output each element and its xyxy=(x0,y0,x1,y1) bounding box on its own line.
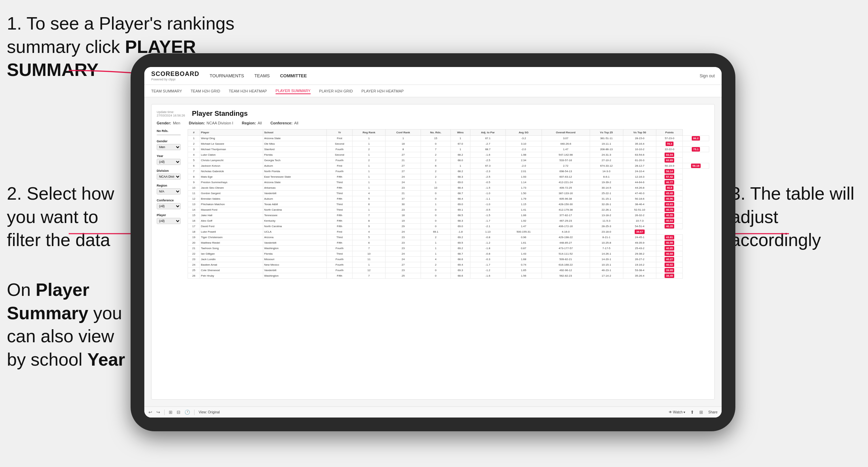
table-cell-6-10: 698-54-13 xyxy=(542,169,590,174)
nav-bar: SCOREBOARD Powered by clippi TOURNAMENTS… xyxy=(144,67,722,85)
annotation-1-number: 1. xyxy=(7,13,22,33)
table-cell-16-1: David Ford xyxy=(200,224,263,229)
table-row: 15Jake HallTennesseeFifth718068.5-1.51.6… xyxy=(188,213,709,218)
table-cell-2-9: -2.0 xyxy=(505,147,542,152)
table-cell-14-10: 377-82-17 xyxy=(542,213,590,218)
table-cell-3-6: 2 xyxy=(421,152,450,158)
filter-region-label: Region: xyxy=(242,121,256,125)
toolbar-watch-label[interactable]: 👁 Watch ▾ xyxy=(669,410,686,414)
sub-nav-player-summary[interactable]: PLAYER SUMMARY xyxy=(276,88,311,94)
filter-region-select[interactable]: N/A All xyxy=(157,188,181,194)
table-cell-5-13: 50-19-9 xyxy=(656,163,683,169)
table-cell-23-4: 1 xyxy=(353,262,386,268)
table-cell-4-3: Fourth xyxy=(327,158,353,163)
th-school: School xyxy=(263,130,327,136)
table-cell-7-4: 1 xyxy=(353,174,386,180)
table-cell-3-5: 27 xyxy=(386,152,421,158)
th-vs-top50: Vs Top 50 xyxy=(623,130,656,136)
table-cell-20-6: 1 xyxy=(421,246,450,251)
table-cell-0-8: 67.1 xyxy=(470,136,505,141)
toolbar-grid-icon[interactable]: ⊞ xyxy=(699,410,703,415)
table-cell-7-10: 607-63-12 xyxy=(542,174,590,180)
table-cell-0-7: 1 xyxy=(450,136,470,141)
filter-conference-select[interactable]: (All) xyxy=(157,203,181,209)
table-cell-17-1: Luke Powell xyxy=(200,229,263,235)
table-cell-19-9: 1.61 xyxy=(505,240,542,246)
table-cell-0-6: 15 xyxy=(421,136,450,141)
filter-division-group-label: Division xyxy=(157,169,184,173)
table-cell-13-12: 52-51-10 xyxy=(623,207,656,213)
filter-year-select[interactable]: (All) First Second Third Fourth Fifth xyxy=(157,159,181,165)
main-layout: No Rds. Gender Men Women Year xyxy=(157,129,709,390)
logo-area: SCOREBOARD Powered by clippi xyxy=(151,70,199,81)
table-cell-10-5: 21 xyxy=(386,191,421,196)
table-cell-10-7: 68.7 xyxy=(450,191,470,196)
filter-gender: Gender: Men xyxy=(157,121,180,125)
table-cell-4-12: 61-20-3 xyxy=(623,158,656,163)
table-cell-13-2: North Carolina xyxy=(263,207,327,213)
filter-row: Gender: Men Division: NCAA Division I Re… xyxy=(157,121,709,125)
table-cell-11-11: 31-15-1 xyxy=(590,196,623,202)
table-cell-16-9: 1.47 xyxy=(505,224,542,229)
table-cell-25-8: -1.6 xyxy=(470,273,505,279)
filter-no-rds-slider[interactable] xyxy=(157,134,181,135)
toolbar-clock-icon[interactable]: 🕐 xyxy=(185,410,190,415)
sub-nav-team-summary[interactable]: TEAM SUMMARY xyxy=(151,88,182,94)
table-cell-25-0: 26 xyxy=(188,273,200,279)
table-cell-6-9: 2.01 xyxy=(505,169,542,174)
nav-item-tournaments[interactable]: TOURNAMENTS xyxy=(210,72,244,80)
table-cell-19-5: 23 xyxy=(386,240,421,246)
table-cell-20-9: 0.87 xyxy=(505,246,542,251)
sub-nav-player-h2h-heatmap[interactable]: PLAYER H2H HEATMAP xyxy=(361,88,404,94)
table-cell-2-13: 22-22-0 xyxy=(656,147,683,152)
player-standings-panel: Update time: 27/03/2024 16:56:26 Player … xyxy=(151,104,715,400)
table-cell-21-6: 1 xyxy=(421,251,450,257)
table-cell-7-8: -2.5 xyxy=(470,174,505,180)
toolbar-view-label[interactable]: View: Original xyxy=(199,410,220,414)
table-cell-15-10: 467-29-23 xyxy=(542,218,590,224)
table-cell-9-7: 68.4 xyxy=(450,185,470,191)
filter-division-select[interactable]: NCAA Division I xyxy=(157,174,181,180)
table-cell-11-10: 605-96-38 xyxy=(542,196,590,202)
nav-item-teams[interactable]: TEAMS xyxy=(254,72,270,80)
toolbar-undo-icon[interactable]: ↩ xyxy=(148,410,152,415)
table-cell-2-4: 2 xyxy=(353,147,386,152)
table-row: 22Ian GilliganFloridaThird1024168.7-0.81… xyxy=(188,251,709,257)
table-cell-0-4: 1 xyxy=(353,136,386,141)
table-cell-22-7: 68.6 xyxy=(450,257,470,262)
filter-gender-value: Men xyxy=(173,121,180,125)
nav-item-committee[interactable]: COMMITTEE xyxy=(280,72,307,80)
toolbar-copy-icon[interactable]: ⊞ xyxy=(169,410,173,415)
table-cell-10-11: 25-22-1 xyxy=(590,191,623,196)
table-cell-11-5: 37 xyxy=(386,196,421,202)
table-cell-10-4: 4 xyxy=(353,191,386,196)
update-time-value: 27/03/2024 16:56:26 xyxy=(157,114,185,117)
filter-gender-select[interactable]: Men Women xyxy=(157,144,181,150)
toolbar-redo-icon[interactable]: ↪ xyxy=(156,410,160,415)
toolbar-paste-icon[interactable]: ⊟ xyxy=(177,410,180,415)
table-row: 18Luke PowellUCLAFirst42469.1-1.81.13500… xyxy=(188,229,709,235)
toolbar-export-icon[interactable]: ⬆ xyxy=(690,410,694,415)
table-cell-19-0: 20 xyxy=(188,240,200,246)
table-cell-14-0: 15 xyxy=(188,213,200,218)
table-cell-20-3: Fourth xyxy=(327,246,353,251)
table-cell-18-12: 24-45-1 xyxy=(623,235,656,240)
filter-player-select[interactable]: (All) xyxy=(157,218,181,224)
table-cell-4-7: 68.0 xyxy=(450,158,470,163)
table-cell-11-6: 0 xyxy=(421,196,450,202)
table-row: 23Jack LundinMissouriFourth1124468.6-0.3… xyxy=(188,257,709,262)
filter-division-value: NCAA Division I xyxy=(207,121,233,125)
table-cell-9-2: Arkansas xyxy=(263,185,327,191)
table-row: 20Matthew RiedelVanderbiltFifth623169.5-… xyxy=(188,240,709,246)
table-cell-12-10: 428-150-30 xyxy=(542,202,590,207)
toolbar-share-label[interactable]: Share xyxy=(708,410,717,414)
sub-nav-player-h2h-grid[interactable]: PLAYER H2H GRID xyxy=(319,88,353,94)
table-cell-25-2: Washington xyxy=(263,273,327,279)
sub-nav-team-h2h-grid[interactable]: TEAM H2H GRID xyxy=(191,88,220,94)
nav-sign-out[interactable]: Sign out xyxy=(700,74,715,78)
table-cell-0-1: Wenyi Ding xyxy=(200,136,263,141)
th-vs-top25: Vs Top 25 xyxy=(590,130,623,136)
table-cell-4-4: 2 xyxy=(353,158,386,163)
table-cell-22-0: 23 xyxy=(188,257,200,262)
sub-nav-team-h2h-heatmap[interactable]: TEAM H2H HEATMAP xyxy=(229,88,267,94)
